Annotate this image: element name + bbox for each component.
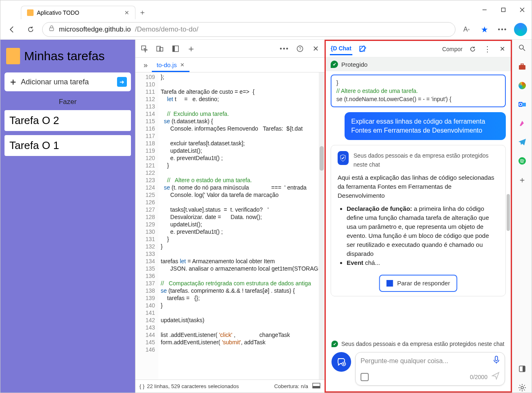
address-bar[interactable]: microsoftedge.github.io/Demos/demo-to-do… (42, 22, 455, 37)
svg-rect-9 (173, 46, 175, 52)
briefcase-icon[interactable] (517, 62, 527, 72)
devtools-panel: ＋ ••• ? ✕ » to-do.js ✕ 109 110 111 112 1… (135, 40, 325, 393)
svg-text:?: ? (299, 47, 301, 51)
ai-bullet: Event chá... (347, 258, 499, 267)
svg-point-20 (519, 45, 523, 49)
svg-line-36 (524, 390, 525, 391)
browser-tab-active[interactable]: Aplicativo TODO ✕ (21, 6, 135, 19)
add-task-input[interactable]: ＋ Adicionar uma tarefa ➜ (5, 72, 131, 91)
tab-compose-label[interactable]: Compor (442, 46, 462, 52)
status-selection: 22 linhas, 529 caracteres selecionados (147, 383, 239, 389)
status-coverage: Cobertura: n/a (274, 383, 308, 389)
ai-bullet: Declaração de função: a primeira linha d… (347, 204, 499, 258)
refresh-button[interactable] (23, 22, 38, 37)
copilot-refresh-icon[interactable] (468, 45, 477, 54)
tab-chat[interactable]: {D Chat (330, 43, 352, 55)
app-logo-icon (6, 48, 20, 64)
new-tab-button[interactable]: ＋ (135, 5, 149, 19)
copilot-close-icon[interactable]: ✕ (498, 45, 507, 54)
designer-icon[interactable] (517, 118, 527, 128)
copilot-tabs: {D Chat Compor ⋮ ✕ (326, 41, 511, 57)
more-menu-icon[interactable]: ••• (496, 23, 509, 36)
microphone-icon[interactable] (493, 356, 500, 366)
stop-responding-button[interactable]: Parar de responder (379, 275, 457, 292)
file-tab-row: » to-do.js ✕ (135, 58, 325, 72)
status-console-icon[interactable] (312, 383, 320, 390)
devtools-toolbar: ＋ ••• ? ✕ (135, 40, 325, 58)
file-tab-active[interactable]: to-do.js ✕ (152, 59, 189, 72)
shield-check-icon: ✔ (331, 61, 338, 68)
pretty-print-icon[interactable]: { } (140, 383, 144, 389)
outlook-icon[interactable] (517, 99, 527, 109)
file-tab-overflow-icon[interactable]: » (140, 59, 152, 72)
add-task-placeholder: Adicionar uma tarefa (21, 78, 89, 86)
stop-icon (386, 280, 393, 287)
window-maximize-button[interactable] (494, 0, 513, 19)
svg-rect-5 (142, 46, 146, 50)
site-info-icon[interactable] (48, 25, 55, 34)
add-task-submit-icon[interactable]: ➜ (117, 77, 127, 87)
svg-point-30 (521, 386, 523, 389)
device-toggle-icon[interactable] (155, 44, 165, 54)
settings-gear-icon[interactable] (517, 383, 527, 393)
devtools-help-icon[interactable]: ? (295, 44, 305, 54)
favorite-star-icon[interactable]: ★ (478, 23, 491, 36)
url-host: microsoftedge.github.io (59, 25, 131, 34)
chat-scrollbar[interactable] (507, 194, 510, 231)
new-topic-button[interactable] (331, 352, 351, 372)
search-icon[interactable] (517, 43, 527, 53)
task-item[interactable]: Tarefa O 1 (5, 135, 131, 156)
chat-input-row: Pergunte-me qualquer coisa... 0/2000 (326, 348, 511, 391)
plus-icon: ＋ (9, 76, 18, 88)
office-icon[interactable] (517, 81, 527, 90)
ai-response-card: Seus dados pessoais e da empresa estão p… (331, 145, 506, 296)
snippet-line: // Altere o estado de uma tarefa. (336, 87, 500, 95)
window-close-button[interactable] (513, 0, 532, 19)
file-tab-name: to-do.js (157, 61, 177, 68)
copilot-button[interactable] (514, 23, 527, 36)
window-controls (475, 0, 532, 19)
devtools-close-icon[interactable]: ✕ (311, 44, 320, 54)
svg-line-38 (524, 385, 525, 386)
inspect-icon[interactable] (140, 44, 149, 54)
file-tab-close-icon[interactable]: ✕ (180, 62, 185, 68)
image-attach-icon[interactable] (361, 373, 369, 381)
rail-add-icon[interactable]: ＋ (517, 175, 527, 185)
send-icon[interactable] (491, 372, 500, 382)
tab-title: Aplicativo TODO (37, 9, 79, 16)
spotify-icon[interactable] (517, 156, 527, 166)
browser-tab-strip: Aplicativo TODO ✕ ＋ (0, 0, 149, 19)
sidebar-rail: ＋ (512, 40, 532, 393)
svg-rect-4 (50, 28, 54, 31)
snippet-line: } (336, 79, 500, 87)
svg-line-35 (519, 385, 520, 386)
dock-side-icon[interactable] (171, 44, 180, 54)
tab-close-icon[interactable]: ✕ (124, 9, 129, 16)
compose-icon[interactable] (358, 45, 367, 54)
bullet-strong: Event (347, 259, 363, 266)
copilot-more-icon[interactable]: ⋮ (483, 45, 492, 54)
task-item[interactable]: Tarefa O 2 (5, 110, 131, 131)
chat-input[interactable]: Pergunte-me qualquer coisa... 0/2000 (355, 352, 505, 386)
editor-scrollbar[interactable] (319, 72, 325, 379)
source-editor[interactable]: 109 110 111 112 113 114 115 116 117 118 … (135, 72, 325, 379)
protected-label: Protegido (341, 61, 367, 68)
svg-rect-13 (313, 386, 320, 388)
app-header: Minhas tarefas (5, 44, 131, 68)
quoted-code-snippet: } // Altere o estado de uma tarefa. se (… (331, 75, 506, 107)
ai-disclaimer: Seus dados pessoais e da empresa estão p… (354, 151, 499, 169)
rail-panel-icon[interactable] (517, 364, 527, 374)
window-minimize-button[interactable] (475, 0, 494, 19)
code-content[interactable]: }; Tarefa de alteração de custo = e=> { … (158, 72, 325, 379)
char-counter: 0/2000 (470, 374, 487, 380)
devtools-more-icon[interactable]: ••• (280, 44, 289, 54)
read-aloud-icon[interactable]: A» (460, 23, 473, 36)
svg-rect-22 (519, 65, 525, 70)
back-button[interactable] (5, 22, 19, 37)
bullet-strong: Declaração de função: (347, 205, 412, 212)
telegram-icon[interactable] (517, 137, 527, 147)
devtools-add-tab-icon[interactable]: ＋ (186, 44, 196, 54)
window-titlebar: Aplicativo TODO ✕ ＋ (0, 0, 532, 19)
stop-label: Parar de responder (397, 279, 450, 288)
chat-footer-note: ✔ Seus dados pessoais e da empresa estão… (326, 340, 511, 348)
